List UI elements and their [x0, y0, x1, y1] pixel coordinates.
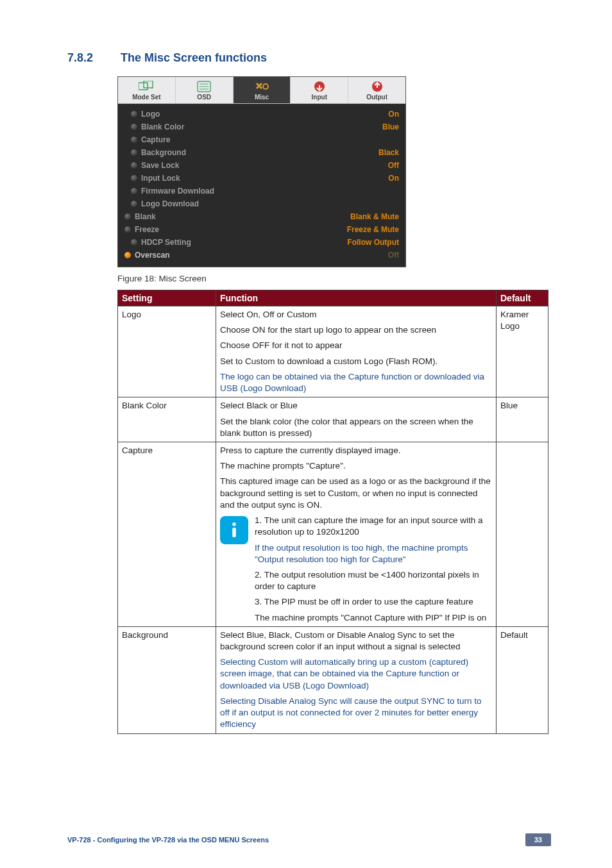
- page-footer: VP-728 - Configuring the VP-728 via the …: [67, 833, 551, 846]
- bullet-icon: [131, 201, 137, 207]
- cell-default: Default: [497, 626, 548, 733]
- svg-point-6: [263, 84, 268, 89]
- info-line: 2. The output resolution must be <1400 h…: [255, 569, 492, 592]
- bullet-icon: [124, 252, 131, 258]
- svg-rect-0: [139, 83, 148, 90]
- cell-default: Kramer Logo: [497, 306, 548, 397]
- osd-item-label: Background: [141, 148, 378, 157]
- figure-caption: Figure 18: Misc Screen: [117, 274, 551, 283]
- table-row: Background Select Blue, Black, Custom or…: [118, 626, 548, 733]
- fn-note: Selecting Disable Analog Sync will cause…: [220, 696, 492, 731]
- osd-item-value: Black: [378, 148, 399, 157]
- menu-icon: [196, 81, 212, 92]
- fn-line: The machine prompts "Capture".: [220, 460, 492, 472]
- fn-line: Select Blue, Black, Custom or Disable An…: [220, 630, 492, 653]
- osd-row[interactable]: BlankBlank & Mute: [124, 210, 399, 223]
- cell-default: [497, 442, 548, 626]
- cell-setting: Logo: [118, 306, 216, 397]
- tab-label: Misc: [255, 94, 269, 101]
- osd-item-label: Input Lock: [141, 174, 388, 183]
- fn-line: Select On, Off or Custom: [220, 309, 492, 321]
- info-block: 1. The unit can capture the image for an…: [220, 515, 492, 624]
- tab-label: Input: [312, 94, 327, 101]
- bullet-icon: [131, 239, 137, 246]
- osd-item-value: Follow Output: [347, 238, 399, 247]
- fn-line: Set to Custom to download a custom Logo …: [220, 356, 492, 367]
- bullet-icon: [131, 111, 137, 117]
- fn-line: Press to capture the currently displayed…: [220, 445, 492, 456]
- osd-row[interactable]: LogoOn: [124, 108, 399, 121]
- svg-point-9: [232, 522, 236, 526]
- fn-line: Choose ON for the start up logo to appea…: [220, 324, 492, 336]
- info-icon: [220, 516, 248, 544]
- osd-item-label: Capture: [141, 135, 399, 144]
- svg-rect-1: [144, 81, 153, 88]
- tab-label: Output: [366, 94, 387, 101]
- tab-output[interactable]: Output: [348, 77, 405, 103]
- tab-mode-set[interactable]: Mode Set: [118, 77, 176, 103]
- th-function: Function: [216, 290, 497, 306]
- fn-line: This captured image can be used as a log…: [220, 476, 492, 511]
- osd-row[interactable]: Capture: [124, 133, 399, 146]
- osd-item-label: Firmware Download: [141, 187, 399, 196]
- bullet-icon: [131, 137, 137, 143]
- section-heading: 7.8.2 The Misc Screen functions: [67, 51, 551, 65]
- osd-row[interactable]: Input LockOn: [124, 172, 399, 185]
- table-row: Blank Color Select Black or Blue Set the…: [118, 397, 548, 442]
- osd-item-label: Logo Download: [141, 199, 399, 208]
- bullet-icon: [131, 162, 137, 169]
- cell-setting: Blank Color: [118, 397, 216, 442]
- section-title: The Misc Screen functions: [121, 51, 267, 64]
- osd-item-value: Freeze & Mute: [347, 225, 399, 234]
- fn-line: Choose OFF for it not to appear: [220, 340, 492, 351]
- osd-row[interactable]: Save LockOff: [124, 159, 399, 172]
- osd-item-value: Blue: [382, 122, 399, 131]
- fn-note: Selecting Custom will automatically brin…: [220, 656, 492, 692]
- table-row: Capture Press to capture the currently d…: [118, 442, 548, 626]
- windows-icon: [139, 81, 154, 92]
- fn-line: Set the blank color (the color that appe…: [220, 416, 492, 439]
- bullet-icon: [124, 213, 131, 220]
- bullet-icon: [131, 175, 137, 181]
- cell-setting: Capture: [118, 442, 216, 626]
- osd-row[interactable]: OverscanOff: [124, 249, 399, 262]
- osd-item-label: Blank: [135, 212, 350, 221]
- tab-input[interactable]: Input: [291, 77, 348, 103]
- settings-table: Setting Function Default Logo Select On,…: [117, 290, 548, 734]
- osd-item-value: Off: [388, 251, 399, 260]
- tab-label: Mode Set: [132, 94, 160, 101]
- osd-item-label: Save Lock: [141, 161, 388, 170]
- tab-misc[interactable]: Misc: [234, 77, 291, 103]
- tools-icon: [254, 81, 269, 92]
- osd-item-label: HDCP Setting: [141, 238, 347, 247]
- cell-function: Select Blue, Black, Custom or Disable An…: [216, 626, 497, 733]
- osd-item-value: On: [388, 110, 399, 119]
- osd-row[interactable]: Logo Download: [124, 197, 399, 210]
- cell-function: Press to capture the currently displayed…: [216, 442, 497, 626]
- osd-row[interactable]: Firmware Download: [124, 185, 399, 197]
- th-setting: Setting: [118, 290, 216, 306]
- osd-row[interactable]: HDCP SettingFollow Output: [124, 236, 399, 249]
- osd-item-value: On: [388, 174, 399, 183]
- fn-note: The logo can be obtained via the Capture…: [220, 371, 492, 394]
- info-line: 3. The PIP must be off in order to use t…: [255, 596, 492, 608]
- osd-list: LogoOn Blank ColorBlue Capture Backgroun…: [118, 104, 405, 267]
- tab-osd[interactable]: OSD: [176, 77, 234, 103]
- osd-panel: Mode Set OSD Misc Input Output LogoOn Bl…: [117, 76, 406, 267]
- osd-item-label: Overscan: [135, 251, 388, 260]
- input-icon: [312, 81, 327, 92]
- footer-title: VP-728 - Configuring the VP-728 via the …: [67, 836, 269, 844]
- cell-default: Blue: [497, 397, 548, 442]
- osd-row[interactable]: FreezeFreeze & Mute: [124, 223, 399, 236]
- osd-tabbar: Mode Set OSD Misc Input Output: [118, 77, 405, 104]
- th-default: Default: [497, 290, 548, 306]
- tab-label: OSD: [197, 94, 211, 101]
- cell-function: Select On, Off or Custom Choose ON for t…: [216, 306, 497, 397]
- fn-line: Select Black or Blue: [220, 400, 492, 412]
- osd-row[interactable]: Blank ColorBlue: [124, 121, 399, 133]
- page-number: 33: [525, 833, 551, 846]
- osd-item-label: Logo: [141, 110, 388, 119]
- osd-row[interactable]: BackgroundBlack: [124, 146, 399, 159]
- bullet-icon: [131, 124, 137, 130]
- osd-item-value: Blank & Mute: [350, 212, 399, 221]
